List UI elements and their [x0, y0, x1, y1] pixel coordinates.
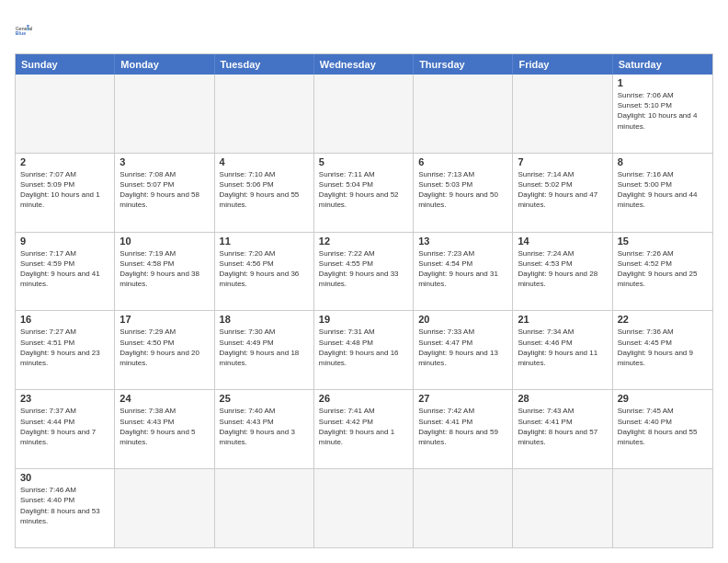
calendar-cell-day-12: 12Sunrise: 7:22 AM Sunset: 4:55 PM Dayli…	[314, 233, 414, 311]
day-number: 7	[518, 156, 607, 167]
day-info: Sunrise: 7:06 AM Sunset: 5:10 PM Dayligh…	[618, 90, 708, 132]
day-number: 28	[518, 393, 607, 404]
calendar-cell-day-29: 29Sunrise: 7:45 AM Sunset: 4:40 PM Dayli…	[613, 390, 712, 468]
calendar-cell-day-4: 4Sunrise: 7:10 AM Sunset: 5:06 PM Daylig…	[215, 154, 314, 232]
calendar-row-1: 2Sunrise: 7:07 AM Sunset: 5:09 PM Daylig…	[16, 153, 712, 232]
day-info: Sunrise: 7:07 AM Sunset: 5:09 PM Dayligh…	[20, 169, 109, 211]
svg-text:Blue: Blue	[16, 30, 26, 36]
day-number: 2	[20, 156, 109, 167]
day-info: Sunrise: 7:11 AM Sunset: 5:04 PM Dayligh…	[319, 169, 408, 211]
day-number: 21	[518, 314, 607, 325]
day-number: 15	[618, 236, 708, 247]
calendar-row-3: 16Sunrise: 7:27 AM Sunset: 4:51 PM Dayli…	[16, 310, 712, 389]
day-info: Sunrise: 7:31 AM Sunset: 4:48 PM Dayligh…	[319, 327, 408, 368]
calendar-cell-empty	[115, 469, 214, 547]
day-number: 23	[20, 393, 109, 404]
day-info: Sunrise: 7:08 AM Sunset: 5:07 PM Dayligh…	[119, 169, 209, 211]
day-info: Sunrise: 7:23 AM Sunset: 4:54 PM Dayligh…	[418, 248, 507, 290]
calendar-cell-empty	[314, 75, 414, 153]
calendar-cell-day-26: 26Sunrise: 7:41 AM Sunset: 4:42 PM Dayli…	[314, 390, 414, 468]
calendar-cell-day-21: 21Sunrise: 7:34 AM Sunset: 4:46 PM Dayli…	[513, 311, 612, 389]
day-info: Sunrise: 7:29 AM Sunset: 4:50 PM Dayligh…	[119, 327, 209, 368]
calendar-cell-day-23: 23Sunrise: 7:37 AM Sunset: 4:44 PM Dayli…	[16, 390, 115, 468]
calendar-cell-day-2: 2Sunrise: 7:07 AM Sunset: 5:09 PM Daylig…	[16, 154, 115, 232]
weekday-header-sunday: Sunday	[16, 54, 115, 75]
day-info: Sunrise: 7:13 AM Sunset: 5:03 PM Dayligh…	[418, 169, 507, 211]
day-number: 14	[518, 236, 607, 247]
calendar-cell-day-18: 18Sunrise: 7:30 AM Sunset: 4:49 PM Dayli…	[215, 311, 314, 389]
svg-marker-3	[28, 28, 29, 29]
calendar-cell-day-20: 20Sunrise: 7:33 AM Sunset: 4:47 PM Dayli…	[414, 311, 513, 389]
day-number: 1	[618, 77, 708, 88]
calendar-cell-day-16: 16Sunrise: 7:27 AM Sunset: 4:51 PM Dayli…	[16, 311, 115, 389]
calendar-cell-empty	[215, 469, 314, 547]
day-info: Sunrise: 7:30 AM Sunset: 4:49 PM Dayligh…	[220, 327, 309, 368]
calendar-cell-empty	[314, 469, 414, 547]
calendar-cell-day-5: 5Sunrise: 7:11 AM Sunset: 5:04 PM Daylig…	[314, 154, 414, 232]
calendar-cell-day-27: 27Sunrise: 7:42 AM Sunset: 4:41 PM Dayli…	[414, 390, 513, 468]
day-info: Sunrise: 7:38 AM Sunset: 4:43 PM Dayligh…	[119, 406, 209, 447]
calendar-cell-empty	[414, 75, 513, 153]
day-info: Sunrise: 7:19 AM Sunset: 4:58 PM Dayligh…	[119, 248, 209, 290]
calendar-cell-empty	[16, 75, 115, 153]
calendar-row-2: 9Sunrise: 7:17 AM Sunset: 4:59 PM Daylig…	[16, 232, 712, 311]
day-info: Sunrise: 7:43 AM Sunset: 4:41 PM Dayligh…	[518, 406, 607, 447]
day-info: Sunrise: 7:34 AM Sunset: 4:46 PM Dayligh…	[518, 327, 607, 368]
day-number: 12	[319, 236, 408, 247]
calendar-cell-day-9: 9Sunrise: 7:17 AM Sunset: 4:59 PM Daylig…	[16, 233, 115, 311]
day-number: 25	[220, 393, 309, 404]
day-info: Sunrise: 7:10 AM Sunset: 5:06 PM Dayligh…	[220, 169, 309, 211]
day-number: 19	[319, 314, 408, 325]
calendar-cell-day-7: 7Sunrise: 7:14 AM Sunset: 5:02 PM Daylig…	[513, 154, 612, 232]
page-header: General Blue	[15, 15, 713, 44]
weekday-header-saturday: Saturday	[613, 54, 712, 75]
day-number: 10	[119, 236, 209, 247]
day-number: 27	[418, 393, 507, 404]
day-number: 18	[220, 314, 309, 325]
day-info: Sunrise: 7:36 AM Sunset: 4:45 PM Dayligh…	[618, 327, 708, 368]
day-info: Sunrise: 7:24 AM Sunset: 4:53 PM Dayligh…	[518, 248, 607, 290]
calendar-cell-day-17: 17Sunrise: 7:29 AM Sunset: 4:50 PM Dayli…	[115, 311, 214, 389]
weekday-header-tuesday: Tuesday	[215, 54, 314, 75]
calendar-header: SundayMondayTuesdayWednesdayThursdayFrid…	[16, 54, 712, 75]
logo-icon: General Blue	[15, 15, 44, 44]
day-info: Sunrise: 7:20 AM Sunset: 4:56 PM Dayligh…	[220, 248, 309, 290]
day-number: 13	[418, 236, 507, 247]
calendar-cell-empty	[414, 469, 513, 547]
day-info: Sunrise: 7:27 AM Sunset: 4:51 PM Dayligh…	[20, 327, 109, 368]
calendar-cell-empty	[215, 75, 314, 153]
calendar-row-0: 1Sunrise: 7:06 AM Sunset: 5:10 PM Daylig…	[16, 75, 712, 153]
weekday-header-thursday: Thursday	[414, 54, 513, 75]
weekday-header-wednesday: Wednesday	[314, 54, 414, 75]
calendar-cell-day-8: 8Sunrise: 7:16 AM Sunset: 5:00 PM Daylig…	[613, 154, 712, 232]
day-number: 17	[119, 314, 209, 325]
calendar-cell-day-13: 13Sunrise: 7:23 AM Sunset: 4:54 PM Dayli…	[414, 233, 513, 311]
calendar-cell-day-10: 10Sunrise: 7:19 AM Sunset: 4:58 PM Dayli…	[115, 233, 214, 311]
calendar-cell-empty	[613, 469, 712, 547]
calendar-cell-day-15: 15Sunrise: 7:26 AM Sunset: 4:52 PM Dayli…	[613, 233, 712, 311]
day-number: 8	[618, 156, 708, 167]
logo: General Blue	[15, 15, 44, 44]
calendar-cell-day-11: 11Sunrise: 7:20 AM Sunset: 4:56 PM Dayli…	[215, 233, 314, 311]
day-info: Sunrise: 7:45 AM Sunset: 4:40 PM Dayligh…	[618, 406, 708, 447]
day-info: Sunrise: 7:33 AM Sunset: 4:47 PM Dayligh…	[418, 327, 507, 368]
day-number: 5	[319, 156, 408, 167]
day-number: 30	[20, 472, 109, 483]
calendar-cell-empty	[513, 469, 612, 547]
calendar-cell-day-30: 30Sunrise: 7:46 AM Sunset: 4:40 PM Dayli…	[16, 469, 115, 547]
calendar-cell-empty	[513, 75, 612, 153]
calendar-cell-empty	[115, 75, 214, 153]
day-info: Sunrise: 7:17 AM Sunset: 4:59 PM Dayligh…	[20, 248, 109, 290]
calendar-cell-day-6: 6Sunrise: 7:13 AM Sunset: 5:03 PM Daylig…	[414, 154, 513, 232]
day-info: Sunrise: 7:22 AM Sunset: 4:55 PM Dayligh…	[319, 248, 408, 290]
calendar-body: 1Sunrise: 7:06 AM Sunset: 5:10 PM Daylig…	[16, 75, 712, 547]
day-info: Sunrise: 7:14 AM Sunset: 5:02 PM Dayligh…	[518, 169, 607, 211]
day-info: Sunrise: 7:46 AM Sunset: 4:40 PM Dayligh…	[20, 485, 109, 526]
day-number: 9	[20, 236, 109, 247]
calendar: SundayMondayTuesdayWednesdayThursdayFrid…	[15, 53, 713, 548]
calendar-row-4: 23Sunrise: 7:37 AM Sunset: 4:44 PM Dayli…	[16, 389, 712, 468]
day-number: 11	[220, 236, 309, 247]
weekday-header-monday: Monday	[115, 54, 214, 75]
calendar-cell-day-28: 28Sunrise: 7:43 AM Sunset: 4:41 PM Dayli…	[513, 390, 612, 468]
day-info: Sunrise: 7:26 AM Sunset: 4:52 PM Dayligh…	[618, 248, 708, 290]
